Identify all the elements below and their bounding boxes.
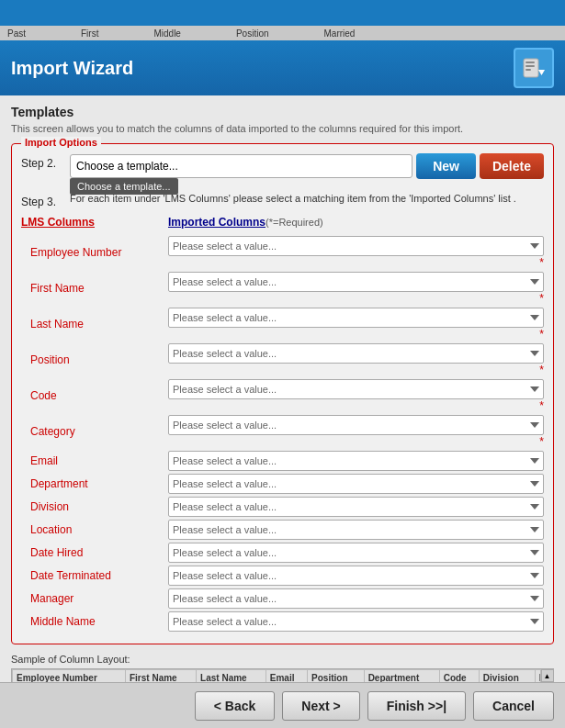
lms-column-name: Code [21, 389, 168, 402]
step2-row: Step 2. Choose a template... Choose a te… [21, 153, 544, 179]
new-button[interactable]: New [416, 153, 476, 179]
sample-label: Sample of Column Layout: [11, 654, 554, 665]
required-star: * [539, 256, 544, 269]
svg-rect-3 [525, 69, 531, 71]
imported-column-select[interactable]: Please select a value... [168, 588, 544, 609]
mapping-row: DivisionPlease select a value... [21, 497, 544, 517]
table-column-header: Email [266, 670, 307, 683]
imported-column-select[interactable]: Please select a value... [168, 474, 544, 494]
table-column-header: Last Name [197, 670, 266, 683]
table-column-header: Division [479, 670, 535, 683]
import-options-label: Import Options [21, 137, 101, 148]
scroll-up-btn[interactable]: ▲ [541, 669, 554, 682]
back-button[interactable]: < Back [195, 691, 276, 721]
imported-col-wrapper: Please select a value...* [168, 415, 544, 448]
lms-column-name: Date Terminated [21, 569, 168, 582]
mapping-row: ManagerPlease select a value... [21, 588, 544, 609]
template-select-wrapper: Choose a template... Choose a template..… [70, 154, 412, 178]
mapping-row: LocationPlease select a value... [21, 520, 544, 540]
sample-table-wrapper: Employee NumberFirst NameLast NameEmailP… [11, 668, 554, 682]
imported-col-wrapper: Please select a value...* [168, 379, 544, 412]
lms-column-name: Date Hired [21, 546, 168, 559]
sample-table: Employee NumberFirst NameLast NameEmailP… [12, 669, 553, 682]
columns-area: Employee NumberPlease select a value...*… [21, 236, 544, 632]
col-married: Married [324, 28, 356, 39]
lms-column-name: First Name [21, 282, 168, 295]
mapping-row: DepartmentPlease select a value... [21, 474, 544, 494]
header: Import Wizard [0, 40, 565, 95]
template-select[interactable]: Choose a template... [70, 154, 412, 178]
lms-column-name: Last Name [21, 318, 168, 330]
lms-column-name: Employee Number [21, 246, 168, 259]
mapping-row: CodePlease select a value...* [21, 379, 544, 412]
dropdown-hint: Choose a template... [70, 178, 178, 195]
section-title: Templates [11, 105, 554, 119]
col-middle: Middle [153, 28, 180, 39]
table-column-header: Code [439, 670, 479, 683]
imported-col-wrapper: Please select a value...* [168, 272, 544, 305]
lms-column-name: Manager [21, 592, 168, 605]
mapping-row: Date HiredPlease select a value... [21, 543, 544, 563]
imported-col-wrapper: Please select a value... [168, 588, 544, 609]
imported-col-wrapper: Please select a value... [168, 497, 544, 517]
mapping-row: PositionPlease select a value...* [21, 343, 544, 376]
svg-marker-4 [538, 70, 545, 75]
imported-column-select[interactable]: Please select a value... [168, 415, 544, 435]
imported-column-select[interactable]: Please select a value... [168, 497, 544, 517]
required-star: * [539, 364, 544, 376]
import-options-box: Import Options Step 2. Choose a template… [11, 143, 554, 644]
lms-column-name: Position [21, 353, 168, 366]
table-column-header: Employee Number [13, 670, 126, 683]
finish-button[interactable]: Finish >>| [367, 691, 466, 721]
imported-column-select[interactable]: Please select a value... [168, 379, 544, 399]
imported-column-select[interactable]: Please select a value... [168, 451, 544, 471]
imported-column-select[interactable]: Please select a value... [168, 308, 544, 328]
template-row: Choose a template... Choose a template..… [70, 153, 544, 179]
col-first: First [81, 28, 98, 39]
columns-header: LMS Columns Imported Columns (*=Required… [21, 216, 544, 229]
imported-col-wrapper: Please select a value... [168, 566, 544, 586]
imported-column-select[interactable]: Please select a value... [168, 272, 544, 292]
required-star: * [539, 328, 544, 341]
step2-label: Step 2. [21, 153, 62, 170]
main-content: Templates This screen allows you to matc… [0, 95, 565, 682]
imported-column-select[interactable]: Please select a value... [168, 343, 544, 364]
imported-column-select[interactable]: Please select a value... [168, 236, 544, 256]
cancel-button[interactable]: Cancel [473, 691, 554, 721]
imported-col-wrapper: Please select a value... [168, 611, 544, 632]
svg-rect-1 [525, 62, 535, 63]
vertical-scrollbar[interactable]: ▲ ▼ [540, 669, 553, 682]
lms-column-name: Division [21, 500, 168, 513]
mapping-row: EmailPlease select a value... [21, 451, 544, 471]
mapping-row: Middle NamePlease select a value... [21, 611, 544, 632]
imported-column-select[interactable]: Please select a value... [168, 611, 544, 632]
imported-columns-header: Imported Columns [168, 216, 266, 229]
imported-column-select[interactable]: Please select a value... [168, 543, 544, 563]
mapping-row: Date TerminatedPlease select a value... [21, 566, 544, 586]
next-button[interactable]: Next > [282, 691, 359, 721]
top-bar [0, 0, 565, 26]
lms-column-name: Location [21, 523, 168, 536]
svg-rect-2 [525, 65, 535, 67]
lms-column-name: Email [21, 454, 168, 467]
step3-label: Step 3. [21, 192, 62, 208]
imported-column-select[interactable]: Please select a value... [168, 566, 544, 586]
imported-col-wrapper: Please select a value...* [168, 236, 544, 269]
table-column-header: Position [308, 670, 365, 683]
imported-col-wrapper: Please select a value... [168, 543, 544, 563]
column-headers: Past First Middle Position Married [0, 26, 565, 40]
sample-table-scroll[interactable]: Employee NumberFirst NameLast NameEmailP… [12, 669, 553, 682]
required-star: * [539, 399, 544, 412]
col-past: Past [7, 28, 26, 39]
footer: < Back Next > Finish >>| Cancel [0, 682, 565, 728]
imported-column-select[interactable]: Please select a value... [168, 520, 544, 540]
page-title: Import Wizard [11, 58, 133, 79]
delete-button[interactable]: Delete [480, 153, 544, 179]
imported-col-wrapper: Please select a value...* [168, 343, 544, 376]
imported-col-wrapper: Please select a value... [168, 474, 544, 494]
lms-column-name: Category [21, 425, 168, 438]
required-star: * [539, 292, 544, 305]
required-label: (*=Required) [266, 217, 323, 228]
mapping-row: Last NamePlease select a value...* [21, 308, 544, 341]
imported-col-wrapper: Please select a value... [168, 520, 544, 540]
